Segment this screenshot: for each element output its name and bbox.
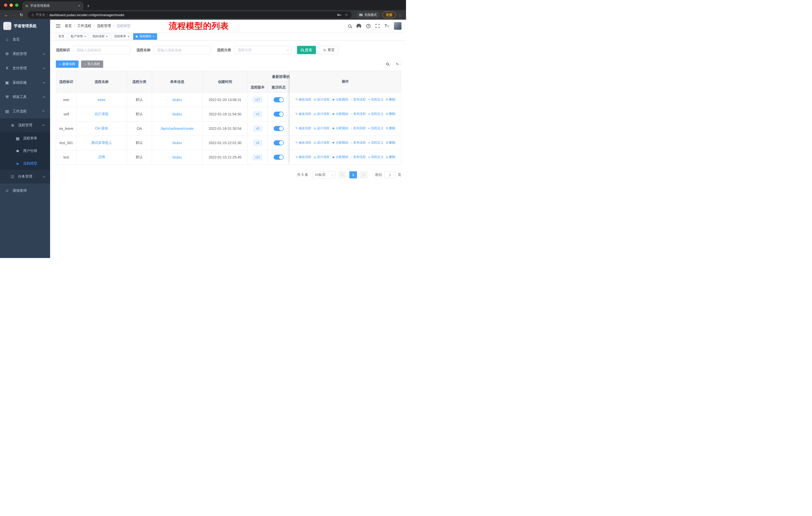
breadcrumb-process-management[interactable]: 流程管理 [97,24,111,28]
assign-rule-link[interactable]: ☻分配规则 [332,126,348,131]
import-process-button[interactable]: ↑ 导入流程 [81,60,104,68]
edit-process-link[interactable]: ✎修改流程 [295,155,311,159]
form-link[interactable]: biubiu [172,112,182,116]
assign-rule-link[interactable]: ☻分配规则 [332,112,348,116]
browser-menu-button[interactable]: ⋮ [398,12,402,18]
back-button[interactable]: ← [2,13,10,17]
goto-page-input[interactable] [384,171,396,179]
process-name-link[interactable]: eeee [98,98,106,102]
active-status-toggle[interactable] [273,97,284,102]
active-status-toggle[interactable] [273,140,284,145]
tag-tenant-management[interactable]: 租户管理 × [68,33,89,40]
sidebar-item-infrastructure[interactable]: ▣ 基础设施 [0,75,50,90]
design-process-link[interactable]: ◎设计流程 [314,155,329,159]
github-icon[interactable] [356,24,361,28]
address-bar[interactable]: ⚠ 不安全 dashboard.yudao.iocoder.cn/bpm/man… [28,11,352,19]
close-icon[interactable]: × [106,35,108,38]
fullscreen-icon[interactable] [376,24,380,28]
tab-close-icon[interactable]: × [78,4,80,8]
traffic-light-zoom[interactable] [15,3,18,7]
breadcrumb-home[interactable]: 首页 [65,24,72,28]
create-process-button[interactable]: + 新建流程 [56,60,79,68]
breadcrumb-workflow[interactable]: 工作流程 [77,24,91,28]
close-icon[interactable]: × [84,35,86,38]
design-process-link[interactable]: ◎设计流程 [314,126,329,131]
sidebar-item-process-form[interactable]: ▦ 流程表单 [0,132,50,145]
tag-my-process[interactable]: 我的流程 × [90,33,110,40]
active-status-toggle[interactable] [273,112,284,117]
tag-home[interactable]: 首页 [56,33,67,40]
help-icon[interactable]: ? [366,24,371,28]
password-key-icon[interactable] [337,14,339,16]
process-definition-link[interactable]: ∞流程定义 [368,98,384,102]
forward-button[interactable]: → [10,13,18,17]
form-link[interactable]: biubiu [172,155,182,159]
process-definition-link[interactable]: ∞流程定义 [368,155,384,159]
sidebar-item-home[interactable]: ⌂ 首页 [0,32,50,47]
sidebar-toggle-button[interactable] [56,24,60,28]
avatar[interactable] [394,22,402,30]
sidebar-item-system[interactable]: ⚙ 系统管理 [0,47,50,61]
design-process-link[interactable]: ◎设计流程 [314,141,329,145]
site-security-chip[interactable]: ⚠ 不安全 [31,13,45,17]
active-status-toggle[interactable] [273,126,284,131]
active-status-toggle[interactable] [273,155,284,160]
new-tab-button[interactable]: + [87,3,90,8]
process-name-link[interactable]: 滔博 [98,155,105,159]
traffic-light-close[interactable] [4,3,7,7]
sidebar-item-process-model[interactable]: ➤ 流程模型 [0,157,50,170]
reload-button[interactable]: ↻ [18,13,25,17]
deploy-process-link[interactable]: ☝发布流程 [351,126,366,131]
search-button[interactable]: 搜索 [297,46,316,54]
design-process-link[interactable]: ◎设计流程 [314,98,329,102]
edit-process-link[interactable]: ✎修改流程 [295,126,311,131]
process-definition-link[interactable]: ∞流程定义 [368,141,384,145]
next-page-button[interactable]: › [360,171,368,179]
process-name-link[interactable]: 自己审批 [95,112,109,116]
delete-process-link[interactable]: ⊟删除 [386,141,396,145]
sidebar-item-task-management[interactable]: ☑ 任务管理 [0,170,50,184]
search-icon[interactable] [348,24,351,28]
deploy-process-link[interactable]: ☝发布流程 [351,112,366,116]
design-process-link[interactable]: ◎设计流程 [314,112,329,116]
sidebar-item-user-group[interactable]: ☻ 用户分组 [0,145,50,157]
tag-process-form[interactable]: 流程表单 × [112,33,132,40]
deploy-process-link[interactable]: ☝发布流程 [351,98,366,102]
process-key-input[interactable] [73,46,130,54]
assign-rule-link[interactable]: ☻分配规则 [332,141,348,145]
page-size-select[interactable]: 10条/页 [312,171,336,179]
sidebar-item-leave-query[interactable]: ☺ 请假查询 [0,184,50,198]
url-text[interactable]: dashboard.yudao.iocoder.cn/bpm/manager/m… [49,13,335,17]
form-link[interactable]: biubiu [172,98,182,102]
sidebar-item-process-management[interactable]: ≣ 流程管理 [0,118,50,132]
tag-process-model[interactable]: 流程模型 × [133,33,157,40]
close-icon[interactable]: × [127,35,129,38]
refresh-table-button[interactable]: ↻ [394,60,401,68]
sidebar-item-workflow[interactable]: ▤ 工作流程 [0,104,50,118]
category-select[interactable]: 流程分类 [234,46,291,54]
toggle-search-button[interactable] [384,60,391,68]
process-name-link[interactable]: OA 请假 [95,126,108,130]
traffic-light-minimize[interactable] [9,3,13,7]
process-definition-link[interactable]: ∞流程定义 [368,112,384,116]
sidebar-item-devtools[interactable]: ⚒ 研发工具 [0,90,50,104]
page-1-button[interactable]: 1 [349,171,357,179]
assign-rule-link[interactable]: ☻分配规则 [332,155,348,159]
browser-update-button[interactable]: 更新 [382,11,396,18]
close-icon[interactable]: × [153,35,154,38]
sidebar-item-payment[interactable]: ¥ 支付管理 [0,61,50,75]
delete-process-link[interactable]: ⊟删除 [386,98,396,102]
form-link[interactable]: biubiu [172,141,182,145]
assign-rule-link[interactable]: ☻分配规则 [332,98,348,102]
reset-button[interactable]: ↻ 重置 [319,46,339,54]
browser-tab[interactable]: ✿ 芋道管理系统 × [22,1,83,10]
delete-process-link[interactable]: ⊟删除 [386,112,396,116]
app-logo[interactable]: 芋道管理系统 [0,20,50,32]
deploy-process-link[interactable]: ☝发布流程 [351,155,366,159]
deploy-process-link[interactable]: ☝发布流程 [351,141,366,145]
form-link[interactable]: /bpm/oa/leave/create [161,127,194,131]
delete-process-link[interactable]: ⊟删除 [386,155,396,159]
process-name-input[interactable] [153,46,211,54]
edit-process-link[interactable]: ✎修改流程 [295,98,311,102]
edit-process-link[interactable]: ✎修改流程 [295,112,311,116]
